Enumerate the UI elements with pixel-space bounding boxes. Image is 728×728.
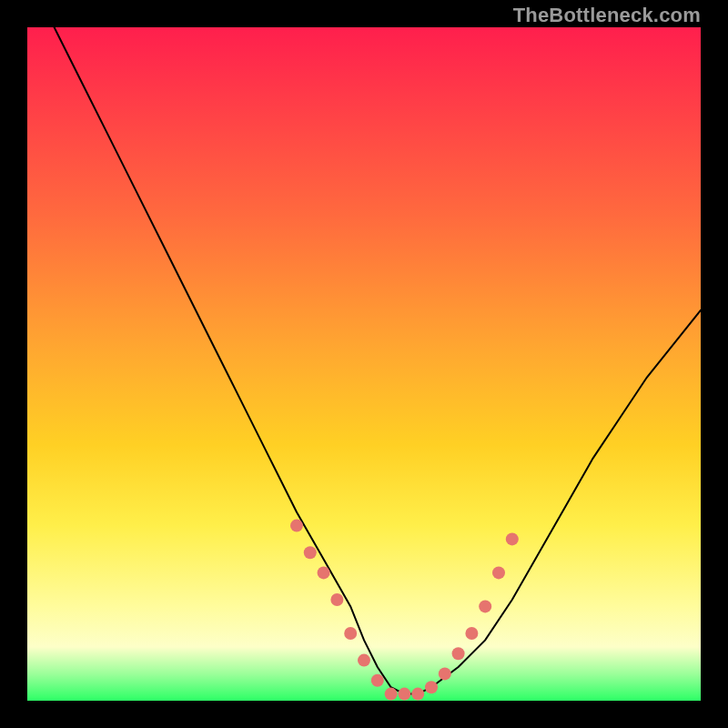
plot-area xyxy=(27,27,701,701)
curve-svg xyxy=(27,27,701,701)
highlight-dot xyxy=(439,667,451,680)
highlight-dot xyxy=(371,674,384,687)
highlight-dot xyxy=(425,681,438,693)
highlight-dot xyxy=(318,566,330,579)
highlight-dot xyxy=(398,688,410,701)
highlight-dot xyxy=(385,688,398,701)
chart-frame: TheBottleneck.com xyxy=(0,0,728,728)
highlight-dot xyxy=(452,647,465,660)
highlight-dot xyxy=(290,520,303,532)
highlight-dot xyxy=(479,600,491,612)
attribution-label: TheBottleneck.com xyxy=(513,4,701,27)
highlight-dot xyxy=(492,566,505,579)
highlight-dot xyxy=(506,532,519,545)
highlight-dot xyxy=(344,627,357,640)
highlight-dot xyxy=(304,546,317,559)
bottleneck-curve xyxy=(55,27,701,694)
highlight-dots xyxy=(290,520,519,701)
highlight-dot xyxy=(411,688,424,701)
highlight-dot xyxy=(358,654,370,667)
highlight-dot xyxy=(330,593,343,606)
highlight-dot xyxy=(465,627,478,640)
